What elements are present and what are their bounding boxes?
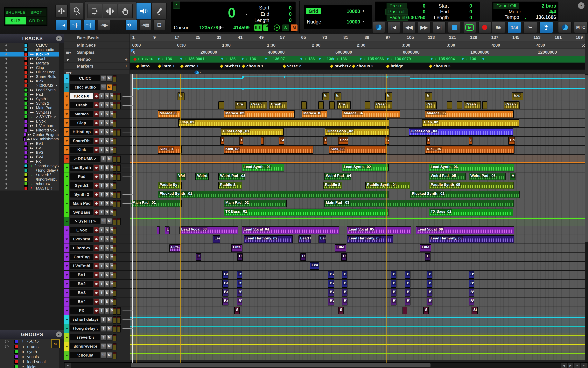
clip[interactable]: BV bbox=[342, 289, 347, 296]
input-monitor-button[interactable]: I bbox=[99, 93, 104, 100]
automation-line[interactable] bbox=[130, 353, 585, 354]
lane-name-plate[interactable]: \chorus\ bbox=[70, 352, 100, 358]
clip[interactable]: Weird bbox=[195, 173, 209, 180]
tempo-event[interactable]: ▼ ♩136.07 bbox=[264, 57, 285, 61]
fade-in-toggle[interactable]: Fade-in bbox=[386, 14, 408, 21]
lane-collapse-button[interactable] bbox=[64, 315, 69, 324]
record-enable-button[interactable] bbox=[94, 299, 99, 305]
track-show-dot[interactable] bbox=[5, 138, 7, 140]
clip[interactable]: Crash bbox=[250, 101, 267, 109]
track-show-dot[interactable] bbox=[5, 183, 7, 185]
return-to-zero-button[interactable]: |◀ bbox=[387, 22, 400, 33]
input-monitor-button[interactable]: I bbox=[99, 147, 104, 153]
tempo-event[interactable]: ▼ ♩136 bbox=[220, 57, 236, 61]
clip[interactable]: BV bbox=[427, 271, 433, 279]
zoom-vertical-button[interactable]: ↕·|· bbox=[69, 20, 81, 30]
lane-body-lvox[interactable]: LLead Vocal_03Lead Vocal_04Lead Vocal_05… bbox=[130, 226, 585, 235]
clip[interactable]: E bbox=[178, 92, 184, 100]
record-enable-button[interactable] bbox=[94, 263, 99, 269]
lane-body-reverb[interactable] bbox=[130, 333, 585, 342]
lane-name-plate[interactable]: LVxEmbl bbox=[70, 263, 93, 269]
zoom-horizontal-button[interactable]: ≡·|· bbox=[83, 20, 96, 30]
clip[interactable]: TX Bass _01 bbox=[224, 209, 388, 216]
record-enable-button[interactable] bbox=[94, 129, 99, 135]
track-show-dot[interactable] bbox=[5, 165, 7, 167]
track-show-dot[interactable] bbox=[5, 67, 7, 69]
tempo-event[interactable]: ▼ ♩136 bbox=[461, 57, 476, 61]
lane-body-chorus[interactable] bbox=[130, 351, 585, 360]
clip[interactable]: E bbox=[425, 92, 432, 100]
lane-collapse-button[interactable] bbox=[64, 297, 69, 306]
group-active-circle[interactable] bbox=[5, 345, 9, 348]
solo-button[interactable]: S bbox=[101, 352, 106, 359]
track-show-dot[interactable] bbox=[5, 178, 7, 180]
count-off-value[interactable]: 2 bars bbox=[535, 3, 556, 9]
automation-breakpoint[interactable] bbox=[242, 76, 244, 78]
clip[interactable]: S bbox=[220, 137, 224, 145]
mute-button[interactable]: M bbox=[106, 84, 112, 91]
tempo-event[interactable]: ▼ ♩136 bbox=[157, 57, 172, 61]
solo-button[interactable]: S bbox=[104, 93, 109, 100]
lane-name-plate[interactable]: FX bbox=[70, 307, 93, 314]
track-show-dot[interactable] bbox=[5, 152, 7, 154]
tempo-event[interactable]: ▼ ♩136 bbox=[318, 57, 333, 61]
lane-collapse-button[interactable] bbox=[64, 280, 69, 288]
automation-line[interactable] bbox=[243, 76, 410, 77]
record-enable-button[interactable] bbox=[94, 200, 99, 207]
track-list-item[interactable]: ↓\longreverb\ bbox=[0, 177, 59, 182]
clip[interactable]: Paddle Synth_05 bbox=[429, 182, 514, 189]
automation-breakpoint[interactable] bbox=[137, 88, 139, 90]
track-list-item[interactable]: ▶▶BV3 bbox=[0, 150, 59, 155]
lane-name-plate[interactable]: FilterdVx bbox=[70, 245, 93, 251]
clip[interactable]: BV bbox=[405, 280, 410, 288]
clip[interactable]: Lea bbox=[310, 262, 319, 270]
lane-body-mainpad[interactable]: Main Pad _01Main Pad _02Main Pad _03 bbox=[130, 199, 585, 208]
lane-name-plate[interactable]: Crash bbox=[70, 102, 93, 108]
lane-body-drums-master[interactable] bbox=[130, 155, 585, 163]
automation-breakpoint[interactable] bbox=[242, 88, 244, 90]
tempo-event[interactable]: ▼ ♩136.0079 bbox=[386, 57, 411, 61]
track-show-dot[interactable] bbox=[5, 147, 7, 149]
clip[interactable] bbox=[329, 101, 335, 109]
solo-button[interactable]: S bbox=[101, 343, 106, 350]
pencil-tool[interactable] bbox=[151, 3, 167, 19]
clip[interactable] bbox=[157, 226, 160, 234]
track-list-item[interactable]: ▶▶Kick FX bbox=[0, 52, 59, 56]
lane-collapse-button[interactable] bbox=[64, 119, 69, 127]
lane-body-filterdvx[interactable]: FilteFilteFilteFilte bbox=[130, 244, 585, 252]
automation-menu-icon[interactable]: ▾ bbox=[200, 71, 201, 74]
go-to-end-button[interactable]: ▶| bbox=[433, 22, 446, 33]
tempo-event[interactable]: ▼ ♩135.9904 bbox=[430, 57, 455, 61]
solo-button[interactable]: S bbox=[104, 147, 109, 153]
horizontal-scrollbar[interactable]: ⇤ ◀ ▶ − + bbox=[64, 362, 588, 368]
counter-menu-icon[interactable]: ▼ bbox=[245, 13, 248, 16]
solo-button[interactable]: S bbox=[104, 138, 109, 144]
clip[interactable] bbox=[365, 101, 370, 109]
lane-collapse-button[interactable] bbox=[64, 306, 69, 315]
clip[interactable] bbox=[403, 307, 407, 314]
clip[interactable]: Weird Pad _04 bbox=[324, 173, 351, 180]
clip[interactable]: Lead Synth _01 bbox=[242, 164, 284, 172]
group-list-item[interactable]: cvocals bbox=[0, 354, 59, 359]
mute-button[interactable]: M bbox=[106, 156, 112, 162]
track-show-dot[interactable] bbox=[5, 134, 7, 136]
lane-name-plate[interactable]: L Vox bbox=[70, 227, 93, 233]
solo-button[interactable]: S bbox=[104, 272, 109, 278]
track-show-dot[interactable] bbox=[5, 107, 7, 109]
clip[interactable]: L bbox=[165, 226, 170, 234]
lane-collapse-button[interactable] bbox=[64, 217, 69, 226]
lane-body-kickfx[interactable]: EEEEEExp bbox=[130, 92, 585, 101]
clip[interactable]: Hihat Loop _03 bbox=[409, 128, 513, 136]
count-in-button[interactable]: II◉ bbox=[492, 22, 505, 33]
transport-end-value[interactable]: 0 bbox=[461, 9, 472, 15]
end-value[interactable]: 0 bbox=[280, 11, 292, 17]
track-list-item[interactable]: ↓> SYNTH > bbox=[0, 115, 59, 119]
track-show-dot[interactable] bbox=[5, 174, 7, 176]
track-list-item[interactable]: ▶▶HiHat Loop bbox=[0, 70, 59, 74]
mute-button[interactable]: M bbox=[106, 352, 112, 359]
track-list-item[interactable]: ▶▶Clap bbox=[0, 65, 59, 70]
solo-button[interactable]: S bbox=[101, 75, 106, 82]
input-monitor-button[interactable]: I bbox=[99, 138, 104, 144]
marker[interactable]: ◆intro bbox=[136, 64, 150, 69]
track-show-dot[interactable] bbox=[5, 120, 7, 122]
